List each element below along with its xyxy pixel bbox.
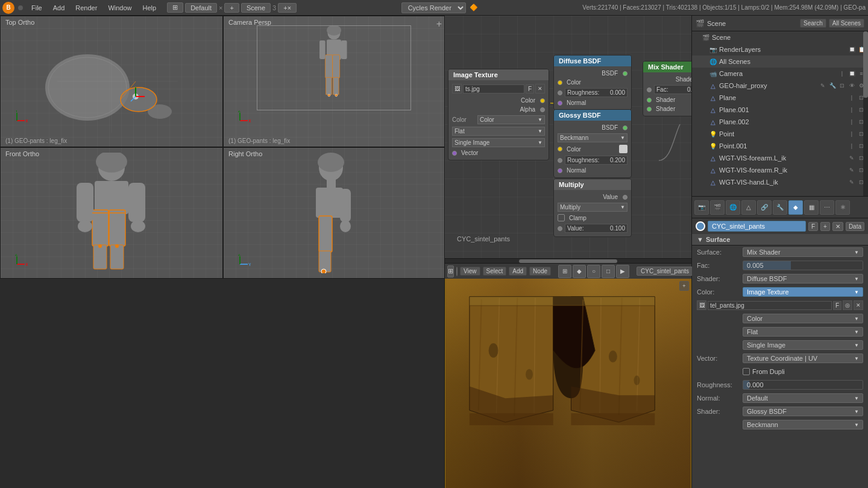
- outliner-item-world[interactable]: 🌐 All Scenes: [692, 55, 868, 68]
- vector-dropdown[interactable]: Texture Coordinate | UV: [743, 353, 863, 363]
- fac-field[interactable]: Fac: 0.005: [654, 85, 691, 94]
- node-h-scrollbar[interactable]: [445, 258, 691, 263]
- prop-icon-particle[interactable]: ⋯: [820, 200, 834, 215]
- from-dupli-checkbox[interactable]: [743, 368, 750, 375]
- distribution-dropdown[interactable]: Beckmann ▼: [558, 133, 627, 142]
- plane001-1[interactable]: |: [848, 106, 856, 114]
- material-data-btn[interactable]: Data: [846, 222, 864, 231]
- color-imagetexture-dropdown[interactable]: Image Texture: [743, 287, 863, 297]
- node-add-btn[interactable]: Add: [509, 267, 527, 276]
- prop-icon-scene[interactable]: 🎬: [710, 200, 725, 215]
- roughness-value[interactable]: 0.000: [743, 380, 863, 390]
- tex-file-browse[interactable]: ◎: [843, 300, 852, 310]
- projection-dropdown[interactable]: Flat ▼: [452, 127, 545, 136]
- node-icon-1[interactable]: ⊞: [558, 265, 571, 278]
- renderlayer-action-1[interactable]: 🔲: [848, 45, 856, 54]
- plane-1[interactable]: |: [848, 93, 856, 102]
- prop-icon-physics[interactable]: ⚛: [835, 200, 850, 215]
- node-icon-4[interactable]: □: [602, 265, 615, 278]
- node-icon-5[interactable]: ▶: [616, 265, 629, 278]
- value-field[interactable]: Value: 0.100: [565, 224, 627, 233]
- node-type-icon[interactable]: [456, 267, 458, 276]
- outliner-item-geo-hair[interactable]: △ GEO-hair_proxy ✎ 🔧 ⊡ 👁 ⚙: [692, 80, 868, 92]
- prop-icon-modifier[interactable]: 🔧: [773, 200, 787, 215]
- material-name-input[interactable]: [708, 221, 806, 232]
- outliner-view-btn[interactable]: Search: [800, 19, 826, 28]
- node-material-name-bar[interactable]: CYC_sintel_pants: [637, 267, 693, 276]
- prop-icon-object[interactable]: △: [741, 200, 756, 215]
- color-mode-dropdown[interactable]: Color: [743, 314, 863, 323]
- geo-hair-4[interactable]: 👁: [848, 81, 856, 90]
- viewport-add-btn[interactable]: +: [436, 19, 442, 30]
- viewport-top-ortho[interactable]: Top Ortho: [0, 16, 223, 147]
- flat-dropdown[interactable]: Flat: [743, 327, 863, 337]
- color-dropdown[interactable]: Color ▼: [477, 115, 545, 124]
- prop-icon-world[interactable]: 🌐: [726, 200, 740, 215]
- shader-dropdown[interactable]: Diffuse BSDF: [743, 274, 863, 284]
- camera-restrict-icon[interactable]: |: [838, 69, 846, 78]
- node-multiply[interactable]: Multiply Value Multiply ▼: [553, 179, 632, 237]
- shader-glossy-dropdown[interactable]: Glossy BSDF: [743, 407, 863, 416]
- texture-preview-3d[interactable]: +: [445, 279, 691, 488]
- node-glossy-bsdf[interactable]: Glossy BSDF BSDF Beckmann ▼: [553, 109, 632, 178]
- point001-1[interactable]: |: [848, 142, 856, 150]
- menu-help[interactable]: Help: [138, 3, 162, 13]
- viewport-right-ortho[interactable]: Right Ortho: [223, 147, 445, 279]
- scene-name[interactable]: Scene: [241, 3, 271, 13]
- wgt-hand-1[interactable]: ✎: [848, 178, 856, 186]
- outliner-item-camera[interactable]: 📹 Camera | 🔲 ≡: [692, 68, 868, 80]
- node-icon-2[interactable]: ◆: [573, 265, 586, 278]
- normal-dropdown[interactable]: Default: [743, 393, 863, 403]
- scene-add2-btn[interactable]: +×: [278, 3, 297, 13]
- node-mix-shader[interactable]: Mix Shader Shader Fac: 0.005: [643, 61, 691, 116]
- material-plus-btn[interactable]: +: [820, 222, 830, 231]
- node-view-icon[interactable]: ⊞: [447, 265, 454, 277]
- surface-section-header[interactable]: ▼ Surface: [692, 234, 868, 246]
- prop-icon-constraint[interactable]: 🔗: [757, 200, 772, 215]
- outliner-item-plane[interactable]: △ Plane | ⊡: [692, 92, 868, 104]
- menu-render[interactable]: Render: [71, 3, 102, 13]
- node-select-btn[interactable]: Select: [483, 267, 507, 276]
- tex-file-f[interactable]: F: [833, 301, 841, 310]
- layout-icon[interactable]: ⊞: [167, 2, 183, 13]
- node-diffuse-bsdf[interactable]: Diffuse BSDF BSDF Color: [553, 55, 632, 110]
- tex-file-clear[interactable]: ✕: [854, 300, 863, 310]
- menu-file[interactable]: File: [27, 3, 47, 13]
- prop-icon-texture[interactable]: ▦: [804, 200, 819, 215]
- geo-hair-3[interactable]: ⊡: [838, 81, 846, 90]
- menu-window[interactable]: Window: [103, 3, 136, 13]
- outliner-item-plane001[interactable]: △ Plane.001 | ⊡: [692, 104, 868, 116]
- engine-select[interactable]: Cycles Render: [401, 2, 466, 13]
- clamp-checkbox[interactable]: [558, 214, 565, 221]
- outliner-item-wgt-hand[interactable]: △ WGT-VIS-hand.L_ik ✎ ⊡: [692, 176, 868, 188]
- node-node-btn[interactable]: Node: [529, 267, 551, 276]
- outliner-item-point[interactable]: 💡 Point | ⊡: [692, 128, 868, 140]
- outliner-item-wgt-r[interactable]: △ WGT-VIS-forearm.R_ik ✎ ⊡: [692, 164, 868, 176]
- roughness-field[interactable]: Roughness: 0.000: [565, 88, 627, 97]
- source-dropdown[interactable]: Single Image ▼: [452, 138, 545, 147]
- prop-icon-render[interactable]: 📷: [694, 200, 709, 215]
- node-icon-3[interactable]: ○: [587, 265, 600, 278]
- multiply-operation-dropdown[interactable]: Multiply ▼: [558, 203, 627, 212]
- outliner-item-renderlayers[interactable]: 📷 RenderLayers 🔲 📋: [692, 43, 868, 55]
- beckmann-dropdown[interactable]: Beckmann: [743, 420, 863, 429]
- outliner-scrollbar[interactable]: [863, 31, 868, 197]
- texture-ctrl-1[interactable]: +: [679, 281, 689, 291]
- geo-hair-1[interactable]: ✎: [819, 81, 827, 90]
- surface-dropdown[interactable]: Mix Shader: [743, 247, 863, 257]
- fac-value[interactable]: 0.005: [743, 261, 863, 270]
- outliner-all-scenes-btn[interactable]: All Scenes: [829, 19, 864, 28]
- menu-add[interactable]: Add: [48, 3, 70, 13]
- outliner-item-scene[interactable]: 🎬 Scene: [692, 31, 868, 43]
- tex-file-name[interactable]: tel_pants.jpg: [708, 301, 832, 310]
- glossy-roughness-field[interactable]: Roughness: 0.200: [565, 156, 627, 165]
- viewport-front-ortho[interactable]: Front Ortho: [0, 147, 223, 279]
- prop-icon-material[interactable]: ◆: [788, 200, 803, 215]
- wgt-l-1[interactable]: ✎: [848, 154, 856, 162]
- single-image-dropdown[interactable]: Single Image: [743, 340, 863, 350]
- geo-hair-2[interactable]: 🔧: [828, 81, 837, 90]
- outliner-item-plane002[interactable]: △ Plane.002 | ⊡: [692, 116, 868, 128]
- camera-render-icon[interactable]: 🔲: [848, 69, 856, 78]
- outliner-item-point001[interactable]: 💡 Point.001 | ⊡: [692, 140, 868, 152]
- node-viewport[interactable]: Image Texture 🖼 ts.jpg F ✕: [445, 16, 691, 263]
